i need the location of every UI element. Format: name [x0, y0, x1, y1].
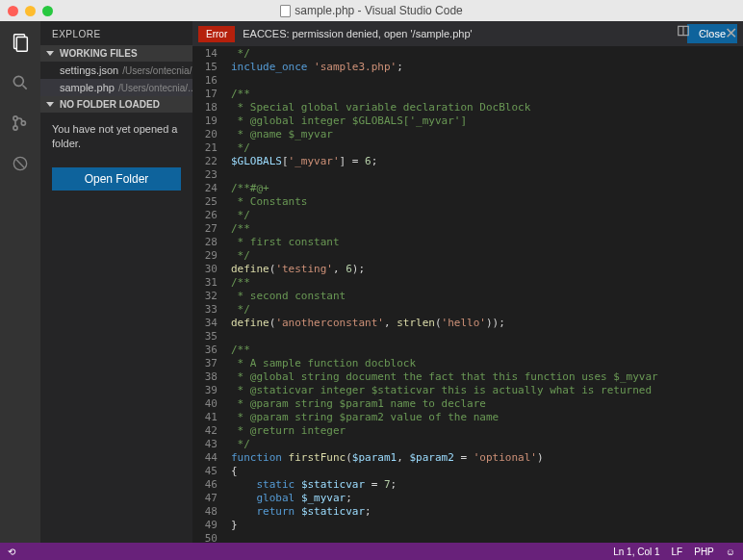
file-path: /Users/ontecnia/...: [122, 65, 192, 76]
titlebar: sample.php - Visual Studio Code: [0, 0, 743, 21]
sidebar-header: EXPLORE: [40, 21, 192, 45]
svg-point-2: [13, 76, 23, 86]
line-gutter: 1415161718192021222324252627282930313233…: [192, 46, 231, 543]
svg-point-6: [21, 121, 25, 125]
explorer-icon[interactable]: [9, 31, 32, 54]
file-name: settings.json: [60, 64, 118, 76]
file-name: sample.php: [60, 82, 115, 93]
no-folder-message: You have not yet opened a folder.: [40, 113, 192, 162]
code-content[interactable]: */include_once 'sample3.php';/** * Speci…: [231, 46, 743, 543]
sidebar: EXPLORE WORKING FILES settings.json/User…: [40, 21, 192, 543]
editor-actions: ⋯ ✕: [677, 24, 737, 42]
error-tag: Error: [198, 26, 235, 42]
close-editor-icon[interactable]: ✕: [725, 24, 737, 42]
git-icon[interactable]: [9, 112, 32, 135]
more-icon[interactable]: ⋯: [700, 24, 715, 42]
svg-point-5: [13, 126, 17, 130]
cursor-position[interactable]: Ln 1, Col 1: [613, 547, 659, 557]
chevron-down-icon: [46, 51, 54, 56]
eol-indicator[interactable]: LF: [672, 547, 683, 557]
working-file[interactable]: sample.php/Users/ontecnia/...: [40, 79, 192, 96]
debug-icon[interactable]: [9, 152, 32, 175]
svg-point-4: [13, 116, 17, 120]
search-icon[interactable]: [9, 71, 32, 94]
chevron-down-icon: [46, 102, 54, 107]
file-path: /Users/ontecnia/...: [118, 83, 192, 93]
file-icon: [280, 5, 291, 17]
no-folder-header[interactable]: NO FOLDER LOADED: [40, 96, 192, 113]
notification-bar: Error EACCES: permission denied, open '/…: [192, 21, 743, 46]
working-file[interactable]: settings.json/Users/ontecnia/...: [40, 62, 192, 79]
language-mode[interactable]: PHP: [694, 547, 714, 557]
split-editor-icon[interactable]: [677, 24, 690, 42]
svg-line-8: [16, 160, 24, 167]
sync-icon[interactable]: ⟲: [8, 547, 15, 557]
feedback-icon[interactable]: ☺: [726, 547, 735, 557]
notification-message: EACCES: permission denied, open '/sample…: [243, 28, 472, 39]
code-area[interactable]: 1415161718192021222324252627282930313233…: [192, 46, 743, 543]
status-bar: ⟲ Ln 1, Col 1 LF PHP ☺: [0, 543, 743, 560]
svg-rect-1: [16, 38, 27, 52]
activity-bar: [0, 21, 40, 543]
working-files-header[interactable]: WORKING FILES: [40, 45, 192, 62]
svg-line-3: [23, 86, 27, 89]
open-folder-button[interactable]: Open Folder: [52, 167, 181, 191]
window-title: sample.php - Visual Studio Code: [295, 4, 463, 17]
editor: Error EACCES: permission denied, open '/…: [192, 21, 743, 543]
